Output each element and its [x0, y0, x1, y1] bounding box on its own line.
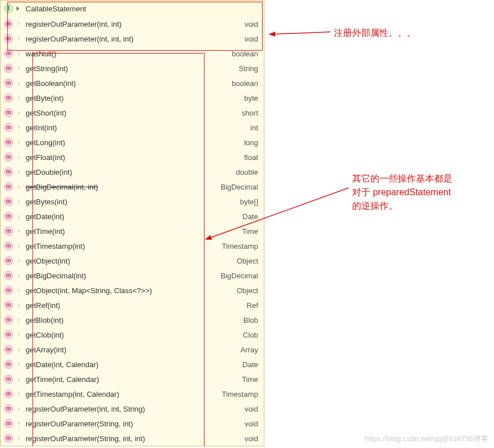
method-row[interactable]: m↑getFloat(int)float [1, 150, 264, 165]
method-name: getTime(int) [23, 227, 242, 236]
method-row[interactable]: m↑getInt(int)int [1, 120, 264, 135]
method-row[interactable]: m↑getBytes(int)byte[] [1, 194, 264, 209]
method-row[interactable]: m↑getDate(int)Date [1, 209, 264, 224]
method-row[interactable]: m↑registerOutParameter(String, int, int)… [1, 431, 264, 446]
method-name: getRef(int) [23, 301, 247, 310]
method-name: getByte(int) [23, 94, 244, 102]
method-row[interactable]: m↑getDouble(int)double [1, 165, 264, 179]
method-row[interactable]: m↑registerOutParameter(int, int, int)voi… [1, 31, 264, 46]
annotation-mid-line1: 其它的一些操作基本都是 [352, 172, 452, 186]
method-name: getBoolean(int) [23, 79, 232, 88]
method-row[interactable]: m↑getTimestamp(int)Timestamp [1, 239, 264, 253]
svg-line-0 [273, 32, 330, 34]
class-header-row[interactable]: I CallableStatement [1, 1, 264, 17]
method-row[interactable]: m↑getLong(int)long [1, 135, 264, 150]
method-name: getBlob(int) [23, 316, 243, 324]
modifier-icon: ↑ [14, 421, 23, 427]
method-row[interactable]: m↑getObject(int, Map<String, Class<?>>)O… [1, 283, 264, 298]
modifier-icon: ↑ [14, 36, 23, 42]
method-icon: m [3, 404, 14, 413]
method-name: registerOutParameter(String, int, int) [23, 434, 244, 443]
method-icon: m [3, 197, 14, 206]
return-type: BigDecimal [221, 183, 259, 191]
expand-icon[interactable] [14, 6, 23, 11]
method-name: getClob(int) [23, 331, 243, 339]
return-type: Timestamp [222, 242, 259, 250]
method-name: getDate(int, Calendar) [23, 360, 243, 369]
method-row[interactable]: m↑getObject(int)Object [1, 253, 264, 268]
method-icon: m [3, 256, 14, 265]
method-row[interactable]: m↑getTime(int)Time [1, 224, 264, 239]
method-row[interactable]: m↑getClob(int)Clob [1, 327, 264, 342]
method-name: wasNull() [23, 50, 232, 58]
method-icon: m [3, 345, 14, 354]
modifier-icon: ↑ [14, 406, 23, 412]
method-row[interactable]: m↑getBigDecimal(int)BigDecimal [1, 268, 264, 283]
modifier-icon: ↑ [14, 125, 23, 131]
return-type: void [244, 405, 259, 413]
return-type: Ref [247, 301, 259, 310]
modifier-icon: ↑ [14, 154, 23, 161]
return-type: int [250, 124, 259, 132]
method-icon: m [3, 375, 14, 384]
modifier-icon: ↑ [14, 80, 23, 87]
method-name: getShort(int) [23, 109, 242, 117]
method-row[interactable]: m↑getTimestamp(int, Calendar)Timestamp [1, 387, 264, 401]
return-type: double [236, 168, 259, 176]
method-row[interactable]: m↑getRef(int)Ref [1, 298, 264, 313]
modifier-icon: ↑ [14, 169, 23, 175]
annotation-mid-line2: 对于 preparedStatement [352, 186, 451, 199]
method-row[interactable]: m↑getBoolean(int)boolean [1, 76, 264, 91]
method-icon: m [3, 93, 14, 102]
method-row[interactable]: m↑getBigDecimal(int, int)BigDecimal [1, 179, 264, 194]
annotation-top: 注册外部属性。。。 [334, 26, 416, 40]
method-row[interactable]: m↑getShort(int)short [1, 105, 264, 120]
method-name: registerOutParameter(String, int) [23, 420, 244, 428]
modifier-icon: ↑ [14, 302, 23, 309]
return-type: Time [242, 227, 259, 236]
method-row[interactable]: m↑registerOutParameter(int, int, String)… [1, 401, 264, 416]
method-name: getTime(int, Calendar) [23, 375, 242, 384]
method-row[interactable]: m↑getString(int)String [1, 61, 264, 76]
method-icon: m [3, 360, 14, 369]
return-type: String [239, 64, 259, 73]
modifier-icon: ↑ [14, 199, 23, 205]
method-icon: m [3, 79, 14, 88]
method-icon: m [3, 301, 14, 310]
method-row[interactable]: m↑getByte(int)byte [1, 91, 264, 105]
modifier-icon: ↑ [14, 317, 23, 323]
method-icon: m [3, 241, 14, 250]
annotation-mid-line3: 的逆操作。 [352, 199, 398, 213]
method-icon: m [3, 419, 14, 428]
return-type: void [244, 20, 259, 28]
watermark: https://blog.csdn.net/qq@516735博客 [365, 434, 488, 444]
modifier-icon: ↑ [14, 243, 23, 249]
method-name: getFloat(int) [23, 153, 244, 162]
method-name: getObject(int, Map<String, Class<?>>) [23, 286, 236, 295]
method-icon: m [3, 330, 14, 339]
return-type: void [244, 35, 259, 43]
modifier-icon: ↑ [14, 435, 23, 442]
method-row[interactable]: m↑getDate(int, Calendar)Date [1, 357, 264, 372]
return-type: boolean [232, 79, 259, 88]
interface-icon: I [3, 4, 14, 13]
method-icon: m [3, 182, 14, 191]
method-icon: m [3, 19, 14, 28]
method-row[interactable]: m↑wasNull()boolean [1, 46, 264, 61]
method-row[interactable]: m↑getArray(int)Array [1, 342, 264, 357]
method-icon: m [3, 34, 14, 43]
method-icon: m [3, 286, 14, 295]
return-type: Array [240, 346, 259, 354]
method-name: getDouble(int) [23, 168, 236, 176]
modifier-icon: ↑ [14, 391, 23, 397]
method-row[interactable]: m↑getBlob(int)Blob [1, 313, 264, 327]
modifier-icon: ↑ [14, 65, 23, 72]
method-row[interactable]: m↑registerOutParameter(int, int)void [1, 17, 264, 31]
method-icon: m [3, 434, 14, 443]
modifier-icon: ↑ [14, 361, 23, 368]
modifier-icon: ↑ [14, 228, 23, 235]
modifier-icon: ↑ [14, 287, 23, 294]
modifier-icon: ↑ [14, 273, 23, 279]
method-row[interactable]: m↑registerOutParameter(String, int)void [1, 416, 264, 431]
method-row[interactable]: m↑getTime(int, Calendar)Time [1, 372, 264, 387]
